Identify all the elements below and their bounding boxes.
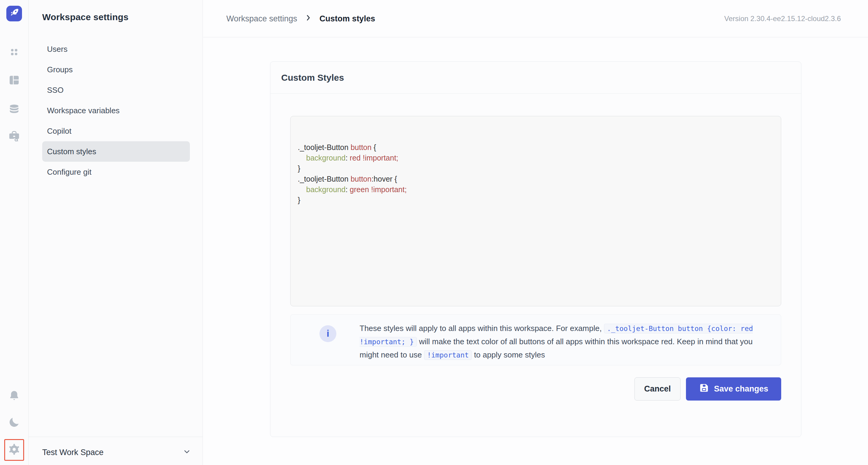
save-changes-button[interactable]: Save changes bbox=[686, 377, 781, 401]
version-label: Version 2.30.4-ee2.15.12-cloud2.3.6 bbox=[724, 0, 841, 37]
sidebar-item-label: Configure git bbox=[47, 167, 91, 177]
code-line: } bbox=[298, 163, 774, 174]
marketplace-icon[interactable] bbox=[0, 130, 28, 142]
chevron-down-icon bbox=[183, 447, 191, 457]
rocket-icon bbox=[9, 8, 19, 19]
card-actions: Cancel Save changes bbox=[634, 377, 781, 401]
sidebar-item-groups[interactable]: Groups bbox=[42, 59, 190, 80]
workspace-name: Test Work Space bbox=[42, 448, 104, 457]
sidebar-item-sso[interactable]: SSO bbox=[42, 80, 190, 100]
sidebar-item-label: Users bbox=[47, 44, 67, 54]
tooljet-logo[interactable] bbox=[6, 6, 22, 22]
sidebar-item-configure-git[interactable]: Configure git bbox=[42, 162, 190, 182]
dark-mode-moon-icon[interactable] bbox=[0, 416, 28, 428]
sidebar-item-label: SSO bbox=[47, 86, 64, 95]
info-icon-glyph: i bbox=[327, 328, 330, 339]
sidebar-item-label: Custom styles bbox=[47, 147, 96, 156]
code-line: ._tooljet-Button button:hover { bbox=[298, 174, 774, 184]
css-editor-content: ._tooljet-Button button { background: re… bbox=[298, 142, 774, 205]
info-banner: i These styles will apply to all apps wi… bbox=[290, 314, 781, 365]
code-line: ._tooljet-Button button { bbox=[298, 142, 774, 153]
code-line: background: red !important; bbox=[298, 153, 774, 163]
sidebar-title: Workspace settings bbox=[42, 12, 128, 22]
info-text: These styles will apply to all apps with… bbox=[360, 322, 762, 362]
code-line: } bbox=[298, 195, 774, 205]
sidebar-item-label: Copilot bbox=[47, 127, 71, 136]
datasources-icon[interactable] bbox=[0, 104, 28, 115]
settings-gear-icon bbox=[8, 443, 21, 457]
workspace-selector[interactable]: Test Work Space bbox=[42, 443, 191, 462]
sidebar-item-users[interactable]: Users bbox=[42, 39, 190, 59]
main-content: Workspace settings Custom styles Version… bbox=[203, 0, 868, 465]
apps-grid-icon[interactable] bbox=[0, 46, 28, 58]
card-header: Custom Styles bbox=[270, 62, 801, 94]
code-line: background: green !important; bbox=[298, 184, 774, 195]
icon-rail bbox=[0, 0, 29, 465]
sidebar-footer-divider bbox=[29, 437, 203, 437]
custom-styles-card: Custom Styles ._tooljet-Button button { … bbox=[270, 61, 801, 437]
chevron-right-icon bbox=[304, 14, 312, 24]
sidebar-item-label: Groups bbox=[47, 65, 73, 74]
sidebar-item-workspace-variables[interactable]: Workspace variables bbox=[42, 100, 190, 121]
main-header: Workspace settings Custom styles Version… bbox=[203, 0, 868, 37]
settings-gear-button[interactable] bbox=[4, 439, 24, 461]
save-button-label: Save changes bbox=[714, 384, 768, 394]
card-title: Custom Styles bbox=[281, 73, 344, 83]
css-editor[interactable]: ._tooljet-Button button { background: re… bbox=[290, 116, 781, 306]
database-table-icon[interactable] bbox=[0, 74, 28, 86]
settings-sidebar: Workspace settings Users Groups SSO Work… bbox=[29, 0, 203, 465]
breadcrumb-custom-styles: Custom styles bbox=[319, 14, 375, 24]
sidebar-item-custom-styles[interactable]: Custom styles bbox=[42, 141, 190, 162]
info-icon: i bbox=[319, 325, 336, 342]
floppy-save-icon bbox=[699, 383, 709, 395]
sidebar-item-copilot[interactable]: Copilot bbox=[42, 121, 190, 141]
breadcrumb: Workspace settings Custom styles bbox=[226, 0, 375, 37]
settings-menu: Users Groups SSO Workspace variables Cop… bbox=[42, 39, 190, 182]
inline-code: !important bbox=[424, 350, 472, 360]
sidebar-item-label: Workspace variables bbox=[47, 106, 120, 115]
breadcrumb-workspace-settings[interactable]: Workspace settings bbox=[226, 14, 297, 24]
notifications-bell-icon[interactable] bbox=[0, 390, 28, 402]
cancel-button[interactable]: Cancel bbox=[634, 377, 681, 401]
